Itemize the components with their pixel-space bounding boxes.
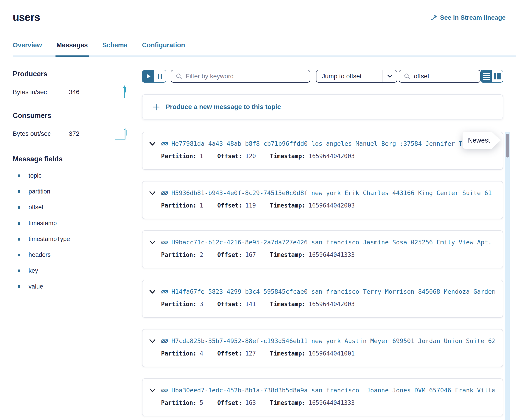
chevron-down-icon[interactable] <box>149 388 156 393</box>
producers-heading: Producers <box>13 70 129 78</box>
chevron-down-icon <box>383 75 397 78</box>
field-label: offset <box>29 204 44 211</box>
timestamp-value: 1659644042003 <box>308 153 355 159</box>
bytes-in-value: 346 <box>69 89 79 96</box>
partition-value: 1 <box>200 153 203 159</box>
chevron-down-icon[interactable] <box>149 191 156 195</box>
tab-schema[interactable]: Schema <box>102 41 128 49</box>
key-icon: ∅∅ <box>161 189 167 197</box>
play-button[interactable] <box>142 70 154 82</box>
message-field-item[interactable]: timestamp <box>13 220 129 227</box>
view-toggle-group <box>480 70 503 82</box>
timestamp-label: Timestamp: <box>270 251 306 258</box>
message-row[interactable]: ∅∅ H14fa67fe-5823-4299-b3c4-595845cfcae0… <box>142 280 503 318</box>
offset-value: 127 <box>245 350 256 357</box>
partition-value: 3 <box>200 301 203 308</box>
key-icon: ∅∅ <box>161 288 167 295</box>
page-title: users <box>13 11 40 23</box>
partition-pair: Partition:5 <box>161 399 203 406</box>
partition-label: Partition: <box>161 350 197 357</box>
message-preview-line: ∅∅ He77981da-4a43-48ab-b8f8-cb71b96ffdd0… <box>149 140 494 147</box>
partition-label: Partition: <box>161 202 197 209</box>
list-view-button[interactable] <box>481 70 492 82</box>
message-row[interactable]: ∅∅ H7cda825b-35b7-4952-88ef-c193d546eb11… <box>142 329 503 367</box>
column-view-button[interactable] <box>492 70 503 82</box>
pause-icon <box>158 74 159 79</box>
offset-pair: Offset:120 <box>217 153 256 159</box>
partition-label: Partition: <box>161 301 197 308</box>
message-list: ∅∅ He77981da-4a43-48ab-b8f8-cb71b96ffdd0… <box>142 132 503 416</box>
offset-input[interactable] <box>399 70 480 82</box>
bytes-out-sparkline <box>115 127 129 141</box>
tab-configuration[interactable]: Configuration <box>142 41 185 49</box>
jump-to-offset-select[interactable]: Jump to offset <box>316 70 397 82</box>
messages-toolbar: Jump to offset <box>142 70 503 82</box>
field-bullet-icon <box>18 222 20 225</box>
tab-bar: Overview Messages Schema Configuration <box>13 41 516 57</box>
field-label: partition <box>29 188 50 195</box>
timestamp-value: 1659644042003 <box>308 202 355 209</box>
offset-value: 120 <box>245 153 256 159</box>
chevron-down-icon[interactable] <box>149 240 156 245</box>
scrollbar-track[interactable] <box>505 132 510 420</box>
field-bullet-icon <box>18 174 20 177</box>
timestamp-label: Timestamp: <box>270 153 306 159</box>
bytes-out-label: Bytes out/sec <box>13 130 69 137</box>
partition-label: Partition: <box>161 251 197 258</box>
scrollbar-thumb[interactable] <box>506 134 509 158</box>
chevron-down-icon[interactable] <box>149 289 156 294</box>
tab-overview[interactable]: Overview <box>13 41 42 49</box>
offset-value: 141 <box>245 301 256 308</box>
partition-pair: Partition:4 <box>161 350 203 357</box>
tab-messages[interactable]: Messages <box>56 41 88 49</box>
message-preview-line: ∅∅ H14fa67fe-5823-4299-b3c4-595845cfcae0… <box>149 288 494 295</box>
message-meta-line: Partition:5 Offset:163 Timestamp:1659644… <box>149 399 494 406</box>
timestamp-pair: Timestamp:1659644042003 <box>270 153 355 159</box>
message-row[interactable]: ∅∅ He77981da-4a43-48ab-b8f8-cb71b96ffdd0… <box>142 132 503 170</box>
offset-pair: Offset:167 <box>217 251 256 258</box>
message-field-item[interactable]: timestampType <box>13 236 129 243</box>
field-label: timestampType <box>29 236 70 243</box>
offset-pair: Offset:163 <box>217 399 256 406</box>
timestamp-pair: Timestamp:1659644042003 <box>270 301 355 308</box>
message-field-item[interactable]: offset <box>13 204 129 211</box>
bytes-out-value: 372 <box>69 130 79 137</box>
message-preview-text: He77981da-4a43-48ab-b8f8-cb71b96ffdd0 lo… <box>171 140 494 147</box>
chevron-down-icon[interactable] <box>149 142 156 146</box>
message-field-item[interactable]: value <box>13 283 129 290</box>
bytes-in-label: Bytes in/sec <box>13 89 69 96</box>
offset-label: Offset: <box>217 202 242 209</box>
stream-lineage-icon <box>430 15 437 21</box>
offset-value: 119 <box>245 202 256 209</box>
column-view-icon <box>494 73 496 79</box>
filter-input[interactable] <box>171 70 310 82</box>
field-bullet-icon <box>18 238 20 240</box>
message-meta-line: Partition:2 Offset:167 Timestamp:1659644… <box>149 251 494 258</box>
stream-lineage-link[interactable]: See in Stream lineage <box>430 14 506 21</box>
message-preview-line: ∅∅ H5936db81-b943-4e0f-8c29-74513e0c0d8f… <box>149 189 494 197</box>
message-field-item[interactable]: headers <box>13 251 129 258</box>
timestamp-pair: Timestamp:1659644041333 <box>270 399 355 406</box>
pause-button[interactable] <box>154 70 166 82</box>
message-row[interactable]: ∅∅ Hba30eed7-1edc-452b-8b1a-738d3b5d8a9a… <box>142 378 503 416</box>
message-meta-line: Partition:4 Offset:127 Timestamp:1659644… <box>149 350 494 357</box>
message-field-item[interactable]: topic <box>13 172 129 179</box>
timestamp-pair: Timestamp:1659644041001 <box>270 350 355 357</box>
timestamp-label: Timestamp: <box>270 350 306 357</box>
message-fields-heading: Message fields <box>13 155 129 163</box>
message-field-item[interactable]: partition <box>13 188 129 195</box>
produce-message-button[interactable]: Produce a new message to this topic <box>142 94 503 120</box>
bytes-in-stat: Bytes in/sec 346 <box>13 85 129 99</box>
offset-value: 163 <box>245 399 256 406</box>
bytes-in-sparkline <box>120 85 129 99</box>
chevron-down-icon[interactable] <box>149 339 156 343</box>
message-row[interactable]: ∅∅ H5936db81-b943-4e0f-8c29-74513e0c0d8f… <box>142 181 503 219</box>
message-row[interactable]: ∅∅ H9bacc71c-b12c-4216-8e95-2a7da727e426… <box>142 230 503 268</box>
newest-tooltip: Newest <box>462 132 501 149</box>
partition-pair: Partition:3 <box>161 301 203 308</box>
offset-label: Offset: <box>217 350 242 357</box>
field-bullet-icon <box>18 270 20 272</box>
message-field-item[interactable]: key <box>13 267 129 274</box>
message-preview-text: H14fa67fe-5823-4299-b3c4-595845cfcae0 sa… <box>171 288 494 295</box>
newest-tooltip-label: Newest <box>468 137 490 144</box>
